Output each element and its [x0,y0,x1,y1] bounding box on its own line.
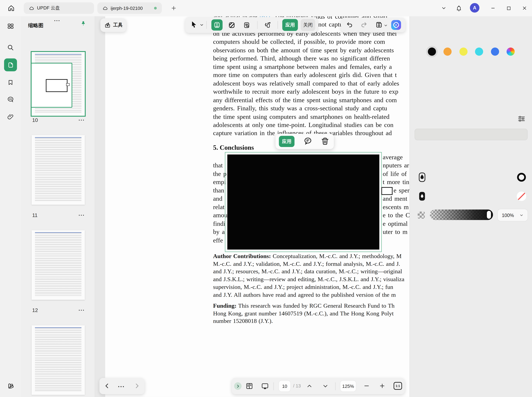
left-sidebar [0,16,21,397]
reading-view-icon[interactable] [245,382,254,390]
zoom-level-input[interactable]: 125% [340,381,356,391]
attachment-icon[interactable] [4,110,17,123]
comments-icon[interactable] [4,93,17,106]
page-thumbnail[interactable] [32,52,85,116]
save-icon[interactable] [375,21,383,29]
page-thumbnail[interactable] [32,135,85,205]
apply-button[interactable]: 应用 [282,19,298,31]
undo-icon[interactable] [346,21,354,29]
cloud-icon [102,5,108,11]
maximize-button[interactable] [503,3,514,14]
sliders-icon[interactable] [517,114,526,123]
redact-pattern-tool[interactable] [226,19,237,31]
document-line: and J.Y.; resources, M.-c.C. and J.Y.; d… [213,268,402,275]
document-line-fragment: relat [213,203,224,211]
cursor-icon[interactable] [190,20,198,28]
notifications-button[interactable] [453,3,464,14]
document-line: being performed. Third, although there w… [213,55,390,62]
color-swatch-3[interactable] [459,48,467,56]
document-line: computers should be collected, if possib… [213,38,385,46]
page-thumbnail[interactable] [32,325,85,395]
document-line: and J.S.K.L.; writing—review and editing… [213,276,404,283]
search-redact-tool[interactable] [241,19,252,31]
document-line-fragment: by a [213,228,225,236]
page-number-label: 11 [32,212,37,218]
redaction-properties-panel [410,16,532,397]
close-button[interactable] [519,3,530,14]
next-chevron-icon[interactable] [133,382,140,389]
viewport-indicator[interactable] [31,63,72,108]
chevron-down-icon[interactable] [384,24,388,28]
palette-icon[interactable] [4,379,17,392]
page-number-label: 12 [32,307,38,313]
thumbnail-text-texture [35,234,82,297]
thumbnails-panel-button[interactable] [4,58,17,71]
unsaved-dot [154,7,157,10]
trash-icon[interactable] [320,136,330,146]
thumbnail-text-texture [35,329,82,391]
fill-color-none[interactable] [517,192,526,201]
sanitize-tool[interactable] [262,19,273,31]
page-number-input[interactable]: 10 [279,381,290,391]
search-icon[interactable] [4,41,17,54]
color-swatch-5[interactable] [491,48,499,56]
thumbnail-more-button[interactable]: ••• [79,118,85,122]
ai-assistant-button[interactable] [391,20,401,30]
chevron-down-icon[interactable] [200,23,204,27]
prev-chevron-icon[interactable] [103,382,110,389]
home-button[interactable] [5,2,18,14]
zoom-out-button[interactable] [363,383,370,389]
document-line-fragment: escents m [383,203,409,211]
tab-label: UPDF 云盘 [37,5,60,11]
actual-size-button[interactable]: 1:1 [393,382,402,390]
next-page-button[interactable] [322,383,328,389]
chevron-down-icon[interactable] [438,3,449,14]
journal-header-line [35,54,82,55]
bookmark-icon[interactable] [4,76,17,89]
color-swatch-6[interactable] [507,48,515,56]
prev-page-button[interactable] [306,383,313,389]
color-swatch-1[interactable] [428,48,436,56]
apply-redaction-button[interactable]: 应用 [279,136,294,147]
journal-header-line [35,327,82,328]
close-redact-button[interactable]: 关闭 [301,19,315,31]
comment-bubble-icon[interactable] [303,136,313,146]
redo-icon[interactable] [360,21,368,29]
border-color-value[interactable] [517,173,526,182]
document-line: adolescent boys was relatively small com… [213,80,399,87]
color-swatch-4[interactable] [475,48,483,56]
panel-more-button[interactable]: ••• [54,19,60,22]
document-line: more time on computers than early adoles… [213,71,397,79]
content-input[interactable] [415,129,528,140]
tools-button[interactable]: 工具 [100,18,126,32]
opacity-slider[interactable] [430,210,493,220]
panels-grid-icon[interactable] [4,20,17,32]
document-line-fragment: e sper [393,187,410,194]
document-line-fragment: that [213,162,223,169]
tab-document[interactable]: ijerph-19-02100 [97,2,162,14]
thumbnail-more-button[interactable]: ••• [79,309,85,312]
thumbnail-more-button[interactable]: ••• [79,214,85,217]
zoom-in-button[interactable] [379,383,385,389]
new-tab-button[interactable] [169,3,178,13]
expand-chevron-button[interactable] [234,382,242,390]
resize-handle[interactable] [381,187,393,195]
minimize-button[interactable] [488,3,498,14]
avatar[interactable]: A [470,3,479,12]
slider-handle[interactable] [487,211,491,219]
chevron-down-icon [520,213,524,217]
opacity-select[interactable]: 100% [498,209,528,221]
cloud-icon [28,5,34,11]
thumbnail-resize-nub [66,83,70,86]
redaction-black-box[interactable] [227,155,379,250]
opacity-value: 100% [502,212,514,218]
selection-toolbar: 应用 [275,134,334,149]
fill-droplet-icon[interactable] [418,191,426,202]
border-droplet-icon[interactable] [418,172,426,183]
pin-icon[interactable] [80,20,86,27]
nav-more-button[interactable]: ••• [118,385,125,389]
tab-updf-cloud[interactable]: UPDF 云盘 [24,2,94,14]
page-thumbnail[interactable] [32,230,85,300]
redact-text-tool-active[interactable] [211,19,223,31]
presentation-icon[interactable] [261,382,269,390]
